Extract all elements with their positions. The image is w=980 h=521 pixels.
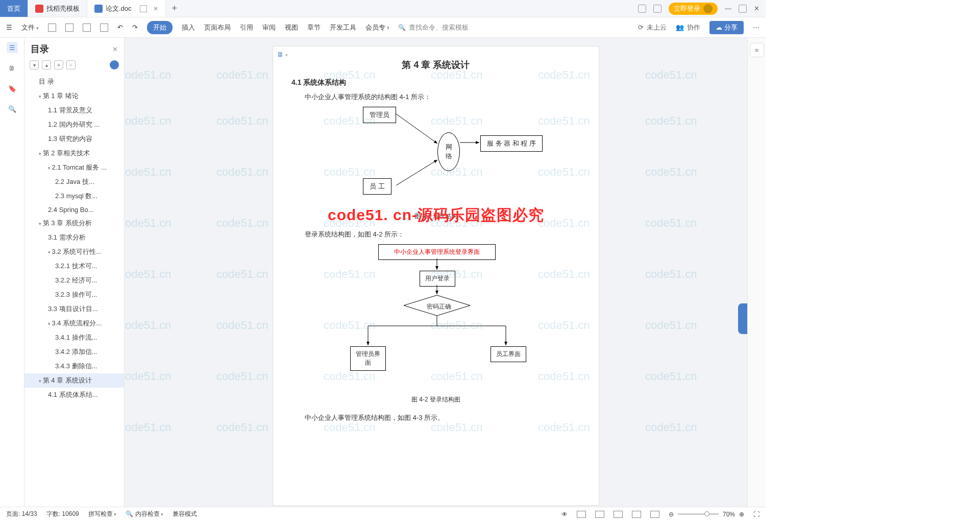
apps-icon[interactable] [653, 5, 662, 13]
tab-ref[interactable]: 引用 [240, 23, 253, 32]
redo-icon[interactable]: ↷ [132, 23, 138, 31]
preview-icon[interactable] [100, 23, 108, 32]
outline-item[interactable]: 3.4.3 删除信... [24, 359, 124, 373]
svg-line-1 [396, 160, 437, 185]
right-side-panel: ≡ [747, 38, 766, 507]
paragraph-intro: 中小企业人事管理系统的结构图 4-1 所示： [291, 92, 580, 102]
window-maximize[interactable] [739, 5, 747, 13]
outline-tree[interactable]: 目 录第 1 章 绪论1.1 背景及意义1.2 国内外研究 ...1.3 研究的… [24, 74, 124, 507]
remove-outline-icon[interactable]: − [66, 60, 76, 69]
rail-doc-icon[interactable]: 🗎 [7, 62, 18, 74]
tab-chapter[interactable]: 章节 [307, 23, 321, 32]
rail-search-icon[interactable]: 🔍 [7, 103, 18, 114]
view-mode-3-icon[interactable] [614, 511, 623, 518]
outline-item[interactable]: 3.4 系统流程分... [24, 316, 124, 330]
outline-item[interactable]: 3.3 项目设计目... [24, 302, 124, 316]
collapse-all-icon[interactable]: ▾ [30, 60, 39, 69]
outline-item[interactable]: 2.3 mysql 数... [24, 189, 124, 203]
share-button[interactable]: ☁ 分享 [709, 21, 744, 34]
reading-mode-icon[interactable]: 👁 [561, 511, 568, 518]
view-mode-2-icon[interactable] [595, 511, 604, 518]
menu-icon[interactable]: ☰ [6, 23, 12, 31]
tab-insert[interactable]: 插入 [182, 23, 195, 32]
outline-item[interactable]: 2.4 Spring Bo... [24, 203, 124, 216]
duplicate-window-icon[interactable] [140, 5, 147, 12]
window-close[interactable]: ✕ [754, 5, 760, 12]
command-search[interactable]: 查找命令、搜索模板 [398, 23, 469, 32]
page-menu-icon[interactable]: 🗎 [277, 51, 288, 58]
panel-toggle-icon[interactable]: ≡ [750, 43, 764, 57]
zoom-slider[interactable] [678, 513, 719, 515]
view-mode-5-icon[interactable] [650, 511, 659, 518]
view-mode-4-icon[interactable] [632, 511, 641, 518]
tab-layout[interactable]: 页面布局 [204, 23, 231, 32]
outline-item[interactable]: 3.2.2 经济可... [24, 273, 124, 288]
outline-item[interactable]: 第 3 章 系统分析 [24, 216, 124, 230]
outline-item[interactable]: 3.2 系统可行性... [24, 245, 124, 259]
tab-home[interactable]: 首页 [0, 0, 28, 17]
right-edge-tab[interactable] [738, 303, 747, 334]
tab-member[interactable]: 会员专 › [365, 23, 389, 32]
file-menu[interactable]: 文件 [21, 23, 39, 32]
document-viewport[interactable]: code51.cncode51.cncode51.cncode51.cncode… [125, 38, 747, 507]
expand-all-icon[interactable]: ▴ [42, 60, 51, 69]
paragraph-login-intro: 登录系统结构图，如图 4-2 所示： [291, 230, 580, 239]
rail-outline-icon[interactable]: ☰ [7, 42, 18, 53]
figure-4-2: 中小企业人事管理系统登录界面 用户登录 密码正确 [291, 244, 580, 404]
status-spellcheck[interactable]: 拼写检查 [88, 510, 117, 518]
status-compat[interactable]: 兼容模式 [173, 510, 197, 518]
outline-sync-icon[interactable] [110, 60, 119, 69]
outline-item[interactable]: 1.1 背景及意义 [24, 103, 124, 117]
outline-item[interactable]: 3.2.3 操作可... [24, 288, 124, 302]
outline-title: 目录 [31, 43, 49, 55]
more-menu-icon[interactable]: ⋯ [753, 23, 760, 31]
cloud-status[interactable]: ⟳ 未上云 [638, 23, 667, 32]
fullscreen-icon[interactable]: ⛶ [753, 511, 760, 518]
new-doc-icon[interactable] [48, 23, 56, 32]
tab-dev[interactable]: 开发工具 [330, 23, 356, 32]
outline-item[interactable]: 目 录 [24, 75, 124, 89]
close-tab-icon[interactable]: ✕ [153, 5, 158, 12]
outline-item[interactable]: 第 2 章相关技术 [24, 146, 124, 160]
save-icon[interactable] [65, 23, 74, 32]
zoom-out-icon[interactable]: ⊖ [669, 511, 674, 518]
view-mode-1-icon[interactable] [577, 511, 586, 518]
outline-item[interactable]: 3.2.1 技术可... [24, 259, 124, 273]
new-tab-button[interactable]: + [166, 0, 184, 17]
outline-item[interactable]: 3.4.1 操作流... [24, 330, 124, 345]
avatar-icon [703, 4, 713, 13]
status-contentcheck[interactable]: 🔍 内容检查 [126, 510, 163, 518]
tab-review[interactable]: 审阅 [262, 23, 276, 32]
add-outline-icon[interactable]: + [54, 60, 63, 69]
outline-item[interactable]: 2.2 Java 技... [24, 175, 124, 189]
figure-4-1-caption: 图 4-1 系统结构 [291, 212, 580, 221]
status-page[interactable]: 页面: 14/33 [6, 510, 37, 518]
tab-home-label: 首页 [7, 4, 20, 13]
close-outline-icon[interactable]: ✕ [112, 45, 118, 53]
paragraph-structure: 中小企业人事管理系统结构图，如图 4-3 所示。 [291, 413, 580, 422]
outline-item[interactable]: 第 4 章 系统设计 [24, 373, 124, 388]
collab-button[interactable]: 👥 协作 [676, 23, 700, 32]
zoom-control[interactable]: ⊖ 70% ⊕ [669, 511, 744, 518]
outline-item[interactable]: 2.1 Tomcat 服务 ... [24, 160, 124, 175]
outline-item[interactable]: 1.2 国内外研究 ... [24, 117, 124, 132]
layout-icon[interactable] [638, 5, 646, 13]
outline-item[interactable]: 1.3 研究的内容 [24, 132, 124, 146]
tab-document[interactable]: 论文.doc ✕ [87, 0, 166, 17]
tab-view[interactable]: 视图 [285, 23, 298, 32]
rail-bookmark-icon[interactable]: 🔖 [7, 83, 18, 94]
undo-icon[interactable]: ↶ [117, 23, 123, 31]
dk-icon [35, 5, 43, 13]
status-words[interactable]: 字数: 10609 [46, 510, 79, 518]
outline-item[interactable]: 第 1 章 绪论 [24, 89, 124, 103]
outline-item[interactable]: 3.1 需求分析 [24, 230, 124, 245]
outline-item[interactable]: 3.4.2 添加信... [24, 345, 124, 359]
zoom-in-icon[interactable]: ⊕ [739, 511, 744, 518]
window-minimize[interactable]: — [725, 5, 731, 12]
tab-start[interactable]: 开始 [147, 21, 173, 34]
outline-item[interactable]: 4.1 系统体系结... [24, 388, 124, 402]
tab-template[interactable]: 找稻壳模板 [28, 0, 87, 17]
login-button[interactable]: 立即登录 [669, 3, 718, 15]
print-icon[interactable] [83, 23, 91, 32]
figure-4-1: 管理员 员 工 网络 服 务 器 和 程 序 图 4-1 系统结构 [291, 107, 580, 221]
